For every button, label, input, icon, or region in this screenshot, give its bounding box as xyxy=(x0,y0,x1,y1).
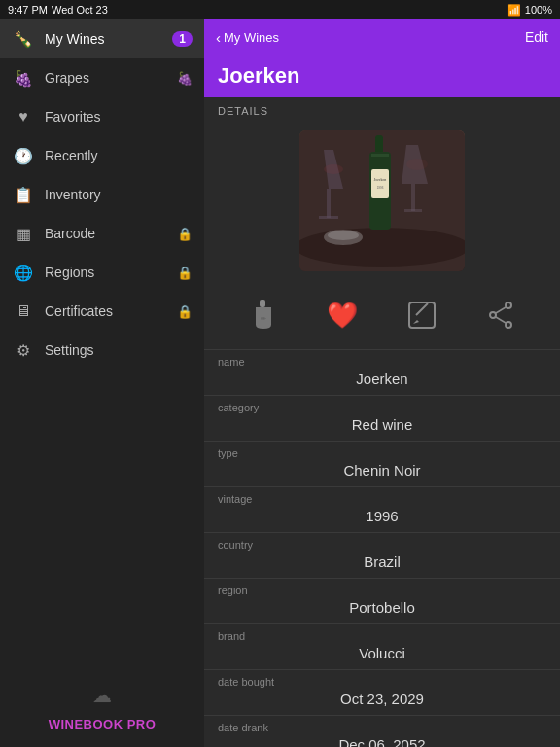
globe-icon: 🌐 xyxy=(12,264,35,282)
svg-rect-4 xyxy=(319,216,338,219)
cloud-icon: ☁ xyxy=(92,684,112,707)
field-group: name Joerken category Red wine type Chen… xyxy=(204,349,560,747)
detail-content[interactable]: DETAILS xyxy=(204,97,560,747)
sidebar-item-certificates[interactable]: 🖥 Certificates 🔒 xyxy=(0,292,204,331)
svg-point-23 xyxy=(506,302,511,308)
svg-text:Joerken: Joerken xyxy=(374,177,386,182)
sidebar-item-label: Favorites xyxy=(45,109,101,124)
field-value: Chenin Noir xyxy=(218,462,546,479)
field-label: region xyxy=(218,585,546,596)
sidebar-item-barcode[interactable]: ▦ Barcode 🔒 xyxy=(0,214,204,253)
field-value: Joerken xyxy=(218,371,546,387)
field-vintage: vintage 1996 xyxy=(204,487,560,533)
field-label: vintage xyxy=(218,493,546,505)
sidebar-item-favorites[interactable]: ♥ Favorites xyxy=(0,97,204,136)
field-label: country xyxy=(218,539,546,551)
field-date-bought: date bought Oct 23, 2029 xyxy=(204,670,560,716)
svg-point-25 xyxy=(506,322,511,328)
sidebar-item-label: Regions xyxy=(45,265,94,280)
field-value: Oct 23, 2029 xyxy=(218,691,546,707)
share-icon xyxy=(486,301,515,330)
back-button[interactable]: ‹ My Wines xyxy=(216,29,279,46)
sidebar: 🍾 My Wines 1 🍇 Grapes 🍇 ♥ Favorites 🕐 Re… xyxy=(0,19,204,747)
svg-point-9 xyxy=(406,159,428,170)
note-button[interactable] xyxy=(398,291,446,339)
wine-image-inner: Joerken 1996 xyxy=(299,130,465,271)
field-category: category Red wine xyxy=(204,396,560,442)
chevron-left-icon: ‹ xyxy=(216,29,221,46)
svg-point-5 xyxy=(324,164,343,174)
time: 9:47 PM xyxy=(8,4,48,16)
share-button[interactable] xyxy=(476,291,525,339)
sidebar-item-label: Certificates xyxy=(45,303,113,319)
status-right: 📶 100% xyxy=(508,4,552,17)
svg-point-1 xyxy=(299,228,465,267)
grape-decoration-icon: 🍇 xyxy=(177,71,192,86)
inventory-icon: 📋 xyxy=(12,186,35,204)
field-type: type Chenin Noir xyxy=(204,442,560,487)
lock-icon: 🔒 xyxy=(177,227,192,241)
sidebar-item-regions[interactable]: 🌐 Regions 🔒 xyxy=(0,253,204,292)
barcode-icon: ▦ xyxy=(12,225,35,243)
sidebar-item-settings[interactable]: ⚙ Settings xyxy=(0,331,204,370)
field-value: Brazil xyxy=(218,553,546,570)
sidebar-item-my-wines[interactable]: 🍾 My Wines 1 xyxy=(0,19,204,58)
field-value: Dec 06, 2052 xyxy=(218,736,546,747)
battery-label: 100% xyxy=(525,4,552,16)
svg-line-26 xyxy=(496,307,506,313)
sidebar-item-inventory[interactable]: 📋 Inventory xyxy=(0,175,204,214)
svg-rect-8 xyxy=(404,209,422,212)
sidebar-item-label: Settings xyxy=(45,342,94,358)
detail-pane: ‹ My Wines Edit Joerken DETAILS xyxy=(204,19,560,747)
edit-button[interactable]: Edit xyxy=(525,29,548,45)
date: Wed Oct 23 xyxy=(52,4,108,16)
svg-rect-18 xyxy=(260,300,265,307)
sidebar-item-label: Inventory xyxy=(45,187,101,202)
edit-box-icon xyxy=(404,298,439,333)
svg-rect-12 xyxy=(371,154,389,157)
field-name: name Joerken xyxy=(204,350,560,396)
sidebar-item-recently[interactable]: 🕐 Recently xyxy=(0,136,204,175)
svg-rect-3 xyxy=(327,189,331,218)
svg-line-21 xyxy=(416,303,428,315)
winebook-pro-label: WINEBOOK PRO xyxy=(49,717,157,731)
certificate-icon: 🖥 xyxy=(12,302,35,320)
wine-bottle-icon: 🍾 xyxy=(12,30,35,49)
my-wines-badge: 1 xyxy=(172,31,192,47)
gear-icon: ⚙ xyxy=(12,341,35,360)
field-label: category xyxy=(218,402,546,413)
nav-bar: ‹ My Wines Edit xyxy=(204,19,560,54)
field-country: country Brazil xyxy=(204,533,560,579)
svg-rect-7 xyxy=(411,184,415,211)
grapes-icon: 🍇 xyxy=(12,69,35,88)
title-bar: Joerken xyxy=(204,54,560,97)
svg-text:✏: ✏ xyxy=(261,315,266,322)
field-label: date drank xyxy=(218,722,546,733)
field-date-drank: date drank Dec 06, 2052 xyxy=(204,716,560,747)
svg-marker-22 xyxy=(413,320,419,324)
back-label: My Wines xyxy=(224,30,279,45)
sidebar-item-grapes[interactable]: 🍇 Grapes 🍇 xyxy=(0,58,204,97)
sidebar-item-label: Grapes xyxy=(45,70,89,86)
drink-button[interactable]: ✏ xyxy=(239,291,288,339)
heart-filled-icon: ❤️ xyxy=(327,301,358,331)
action-row: ✏ ❤️ xyxy=(204,281,560,349)
favorite-button[interactable]: ❤️ xyxy=(318,291,367,339)
svg-rect-20 xyxy=(409,302,435,328)
sidebar-item-label: Recently xyxy=(45,148,97,163)
svg-text:1996: 1996 xyxy=(377,186,384,190)
wine-scene-svg: Joerken 1996 xyxy=(299,130,465,271)
field-brand: brand Volucci xyxy=(204,624,560,670)
field-region: region Portobello xyxy=(204,579,560,624)
sidebar-item-label: My Wines xyxy=(45,31,104,47)
wifi-icon: 📶 xyxy=(508,4,521,17)
field-label: name xyxy=(218,356,546,368)
field-value: Volucci xyxy=(218,645,546,661)
svg-point-24 xyxy=(490,312,496,318)
clock-icon: 🕐 xyxy=(12,147,35,165)
field-value: Red wine xyxy=(218,416,546,433)
sidebar-item-label: Barcode xyxy=(45,226,95,241)
wine-title: Joerken xyxy=(218,63,299,89)
field-value: 1996 xyxy=(218,508,546,524)
heart-icon: ♥ xyxy=(12,108,35,125)
